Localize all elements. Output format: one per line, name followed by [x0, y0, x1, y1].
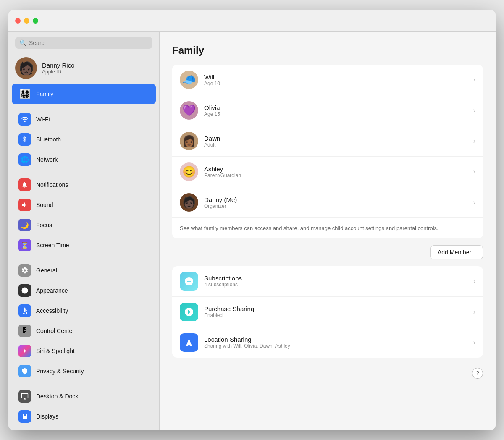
member-subtitle-ashley: Parent/Guardian [204, 173, 467, 178]
wifi-icon [18, 113, 31, 126]
sidebar-item-sound[interactable]: Sound [12, 195, 156, 215]
search-box[interactable]: 🔍 [15, 37, 152, 49]
notifications-icon [18, 178, 31, 191]
close-button[interactable] [15, 18, 21, 24]
member-subtitle-olivia: Age 15 [204, 111, 467, 117]
user-info: Danny Rico Apple ID [42, 62, 75, 75]
member-name-dawn: Dawn [204, 135, 467, 142]
member-info-dawn: Dawn Adult [204, 135, 467, 148]
sidebar-item-notifications[interactable]: Notifications [12, 175, 156, 195]
member-name-ashley: Ashley [204, 165, 467, 173]
chevron-icon: › [473, 308, 475, 316]
sidebar-item-appearance[interactable]: Appearance [12, 280, 156, 301]
chevron-icon: › [473, 76, 475, 84]
sidebar-item-label: Screen Time [36, 242, 69, 249]
member-subtitle-danny: Organizer [204, 203, 467, 209]
sidebar-item-label: Privacy & Security [36, 368, 84, 375]
services-card: Subscriptions 4 subscriptions › Purchase… [172, 266, 483, 358]
sidebar-item-screentime[interactable]: ⏳ Screen Time [12, 235, 156, 255]
svg-point-0 [24, 121, 26, 122]
sidebar-item-label: Accessibility [36, 307, 68, 314]
sidebar-item-displays[interactable]: 🖥 Displays [12, 406, 156, 427]
chevron-icon: › [473, 107, 475, 114]
service-row-location[interactable]: Location Sharing Sharing with Will, Oliv… [172, 327, 483, 358]
sidebar-item-label: Notifications [36, 181, 68, 188]
service-name-purchase: Purchase Sharing [204, 305, 467, 312]
sidebar-item-privacy[interactable]: Privacy & Security [12, 361, 156, 381]
bluetooth-icon [18, 133, 31, 146]
member-info-ashley: Ashley Parent/Guardian [204, 165, 467, 178]
sidebar: 🔍 🧑🏿 Danny Rico Apple ID 👨‍👩‍👧‍👦 [8, 32, 160, 430]
appearance-icon [18, 284, 31, 297]
titlebar [8, 10, 496, 32]
add-member-button[interactable]: Add Member... [430, 245, 483, 259]
help-button[interactable]: ? [472, 368, 483, 379]
accessibility-icon [18, 304, 31, 317]
search-input[interactable] [29, 39, 148, 46]
sidebar-item-label: Displays [36, 413, 58, 420]
member-avatar-olivia: 💜 [180, 101, 198, 120]
focus-icon: 🌙 [18, 219, 31, 231]
members-card: 🧢 Will Age 10 › 💜 Olivia Age 15 [172, 65, 483, 238]
member-avatar-will: 🧢 [180, 71, 198, 89]
member-avatar-danny: 🧑🏿 [180, 193, 198, 212]
sidebar-item-desktop[interactable]: Desktop & Dock [12, 386, 156, 406]
sidebar-item-label: General [36, 267, 57, 274]
search-icon: 🔍 [19, 39, 26, 46]
sidebar-item-focus[interactable]: 🌙 Focus [12, 215, 156, 235]
member-row-dawn[interactable]: 👩🏾 Dawn Adult › [172, 126, 483, 157]
chevron-icon: › [473, 278, 475, 285]
sidebar-item-accessibility[interactable]: Accessibility [12, 301, 156, 321]
location-icon [180, 333, 198, 352]
sidebar-item-label: Control Center [36, 327, 74, 334]
user-subtitle: Apple ID [42, 69, 75, 75]
general-icon [18, 264, 31, 277]
member-avatar-dawn: 👩🏾 [180, 132, 198, 150]
desktop-icon [18, 390, 31, 403]
member-name-olivia: Olivia [204, 104, 467, 111]
chevron-icon: › [473, 168, 475, 175]
description-text: See what family members can access and s… [172, 218, 483, 238]
service-name-subscriptions: Subscriptions [204, 275, 467, 282]
member-avatar-ashley: 😊 [180, 162, 198, 181]
siri-icon: ✦ [18, 345, 31, 357]
svg-point-2 [24, 308, 26, 309]
sidebar-item-siri[interactable]: ✦ Siri & Spotlight [12, 341, 156, 361]
search-container: 🔍 [8, 32, 159, 52]
sidebar-item-general[interactable]: General [12, 260, 156, 280]
sidebar-item-wifi[interactable]: Wi-Fi [12, 109, 156, 129]
service-row-subscriptions[interactable]: Subscriptions 4 subscriptions › [172, 266, 483, 297]
member-subtitle-will: Age 10 [204, 81, 467, 86]
displays-icon: 🖥 [18, 410, 31, 423]
family-icon: 👨‍👩‍👧‍👦 [18, 88, 31, 100]
network-icon: 🌐 [18, 153, 31, 166]
member-info-olivia: Olivia Age 15 [204, 104, 467, 117]
add-member-row: Add Member... [172, 245, 483, 259]
member-subtitle-dawn: Adult [204, 142, 467, 148]
sidebar-item-network[interactable]: 🌐 Network [12, 149, 156, 170]
service-row-purchase[interactable]: Purchase Sharing Enabled › [172, 297, 483, 327]
service-subtitle-location: Sharing with Will, Olivia, Dawn, Ashley [204, 343, 467, 349]
service-name-location: Location Sharing [204, 336, 467, 343]
member-row-danny[interactable]: 🧑🏿 Danny (Me) Organizer › [172, 187, 483, 218]
purchase-icon [180, 303, 198, 321]
subscriptions-icon [180, 272, 198, 291]
sidebar-item-label: Wi-Fi [36, 116, 50, 123]
member-row-ashley[interactable]: 😊 Ashley Parent/Guardian › [172, 157, 483, 187]
sound-icon [18, 199, 31, 211]
content-area: 🔍 🧑🏿 Danny Rico Apple ID 👨‍👩‍👧‍👦 [8, 32, 496, 430]
user-name: Danny Rico [42, 62, 75, 69]
sidebar-item-bluetooth[interactable]: Bluetooth [12, 129, 156, 149]
sidebar-item-controlcenter[interactable]: 🎛 Control Center [12, 321, 156, 341]
member-info-will: Will Age 10 [204, 73, 467, 86]
page-title: Family [172, 45, 483, 56]
service-subtitle-purchase: Enabled [204, 312, 467, 318]
svg-point-1 [22, 288, 28, 294]
fullscreen-button[interactable] [33, 18, 38, 24]
member-row-will[interactable]: 🧢 Will Age 10 › [172, 65, 483, 95]
member-row-olivia[interactable]: 💜 Olivia Age 15 › [172, 95, 483, 126]
user-profile[interactable]: 🧑🏿 Danny Rico Apple ID [8, 52, 159, 84]
minimize-button[interactable] [24, 18, 29, 24]
sidebar-item-family[interactable]: 👨‍👩‍👧‍👦 Family [12, 84, 156, 104]
privacy-icon [18, 365, 31, 377]
